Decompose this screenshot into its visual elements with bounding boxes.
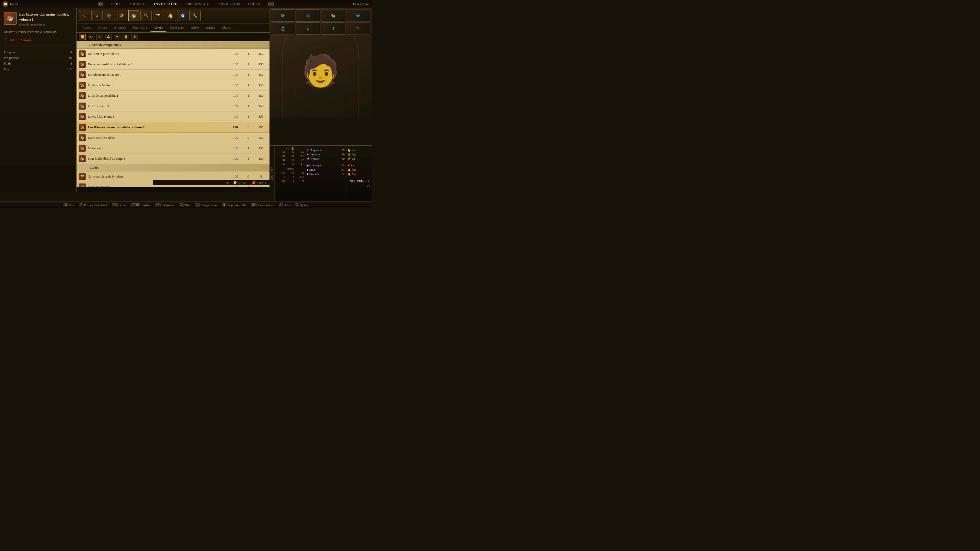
list-item-selected[interactable]: 📚 Les Œuvres des mains habiles, volume I… bbox=[76, 122, 269, 133]
tab-materiaux[interactable]: Matériaux bbox=[166, 24, 187, 32]
action-ceinture[interactable]: R2 Empl. ceinture bbox=[251, 203, 274, 207]
tab-armures[interactable]: Armures bbox=[110, 24, 129, 32]
item-icon: 📚 bbox=[79, 82, 86, 89]
tab-livres[interactable]: Livres bbox=[151, 24, 166, 32]
cat-icon-craft[interactable]: 🔧 bbox=[189, 10, 200, 21]
l1-button-key: L1 bbox=[112, 203, 118, 207]
equip-slot-weapon1[interactable]: ⚔ bbox=[296, 22, 320, 35]
action-aide[interactable]: □ Aide bbox=[279, 203, 290, 207]
tab-nourriture[interactable]: Nourriture bbox=[129, 24, 151, 32]
item-preview: 📚 Les Œuvres des mains habiles, volume I… bbox=[4, 12, 72, 27]
item-col2: 1 bbox=[242, 62, 255, 66]
item-col2: 1 bbox=[242, 125, 255, 129]
item-col2: 1 bbox=[242, 146, 255, 150]
action-onglets[interactable]: L1 R1 Onglets bbox=[131, 203, 150, 207]
action-lacher[interactable]: L1 Lâcher bbox=[112, 203, 126, 207]
skill-eloquence-name: ✦ Éloquence bbox=[307, 148, 321, 152]
action-send-horse[interactable]: □ Envoyer vers cheval bbox=[79, 203, 107, 207]
skill-equivoque-value: 42 bbox=[342, 164, 345, 167]
item-col2: 1 bbox=[242, 185, 255, 187]
top-nav-center: L2 CARTE JOURNAL INVENTAIRE PERSONNAGE F… bbox=[97, 2, 274, 6]
cat-icon-horse[interactable]: 🐴 bbox=[165, 10, 176, 21]
equip-slot-legs[interactable]: 🩲 bbox=[346, 10, 370, 22]
sub-filter-funnel[interactable]: 🔽 bbox=[79, 34, 86, 40]
item-subtitle: Livre de compétences bbox=[19, 23, 72, 27]
item-col1: 100 bbox=[229, 125, 242, 129]
nav-codex[interactable]: CODEX bbox=[248, 2, 261, 6]
item-col2: 1 bbox=[242, 157, 255, 161]
character-figure: 🧑 bbox=[301, 53, 340, 89]
action-categories[interactable]: L2 Catégories bbox=[156, 203, 174, 207]
sub-filter-strength[interactable]: 💪 bbox=[105, 34, 112, 40]
equip-slot-arms[interactable]: 🧤 bbox=[321, 10, 345, 22]
cat-icon-book[interactable]: 📚 bbox=[128, 10, 139, 21]
list-item[interactable]: 📚 La vie en selle I 100 1 150 bbox=[76, 101, 269, 111]
filter-tabs-row: Toutes Armes Armures Nourriture Livres M… bbox=[76, 24, 269, 33]
list-item[interactable]: 📚 De la composition de l'alchimie I 100 … bbox=[76, 59, 269, 70]
nav-carte[interactable]: CARTE bbox=[111, 2, 123, 6]
item-name: La vie à la taverne I bbox=[88, 114, 229, 119]
tab-quete[interactable]: Quête bbox=[187, 24, 202, 32]
sub-filter-gear[interactable]: ⚙ bbox=[131, 34, 138, 40]
tab-autres[interactable]: Autres bbox=[202, 24, 218, 32]
nav-journal[interactable]: JOURNAL bbox=[130, 2, 147, 6]
item-col1: 100 bbox=[229, 104, 242, 108]
skill-charisme-name: ✦ Charisme bbox=[307, 153, 320, 156]
item-col2: 1 bbox=[242, 94, 255, 98]
stolen-icon: ❗ bbox=[4, 38, 8, 42]
list-item[interactable]: 📚 Pour la flexibilité du corps I 100 1 1… bbox=[76, 154, 269, 164]
cat-icon-materials[interactable]: ⛏ bbox=[140, 10, 151, 21]
cat-icon-misc[interactable]: 🧿 bbox=[177, 10, 188, 21]
inventory-main-area: 🛡 ⚔ 🪖 🌾 📚 ⛏ 🗺 🐴 🧿 🔧 Toutes Armes Armures… bbox=[76, 8, 269, 192]
list-item[interactable]: 📚 Livre rare de Sedlec 100 0 350 bbox=[76, 133, 269, 143]
item-col1: 100 bbox=[229, 83, 242, 87]
action-trier[interactable]: ✦ Trier bbox=[179, 203, 190, 207]
nav-fabrication[interactable]: FABRICATION bbox=[216, 2, 241, 6]
equip-slot-chest[interactable]: 🧥 bbox=[296, 10, 320, 22]
tab-cheval[interactable]: Cheval bbox=[218, 24, 235, 32]
cat-icon-shield[interactable]: 🛡 bbox=[79, 10, 90, 21]
cat-icon-helmet[interactable]: 🪖 bbox=[103, 10, 115, 21]
equip-slot-head[interactable]: 🪖 bbox=[271, 10, 295, 22]
item-col3: 150 bbox=[255, 146, 267, 150]
item-name: La vie en selle I bbox=[88, 104, 229, 108]
sub-filter-hash[interactable]: # bbox=[97, 34, 103, 40]
item-stats: Longueur 4 Progression 0% Poids 1 Prix 1… bbox=[4, 46, 72, 72]
list-item[interactable]: 📚 Études du Maître I 100 1 150 bbox=[76, 80, 269, 91]
cat-icon-quest[interactable]: 🗺 bbox=[153, 10, 164, 21]
list-item[interactable]: 📚 Entraînement de lancier I 100 1 150 bbox=[76, 70, 269, 80]
skill-charisme: ✦ Charisme 30 bbox=[307, 152, 345, 157]
cat-icon-sword[interactable]: ⚔ bbox=[91, 10, 103, 21]
item-col2: 1 bbox=[242, 114, 255, 119]
list-item[interactable]: 📚 L'Art de Démosthène I 100 1 150 bbox=[76, 91, 269, 101]
list-item[interactable]: 📚 De l'ami le plus fidèle I 100 1 150 bbox=[76, 49, 269, 59]
sub-filter-heart[interactable]: ❤ bbox=[114, 34, 121, 40]
nav-personnage[interactable]: PERSONNAGE bbox=[185, 2, 209, 6]
category-icons-row: 🛡 ⚔ 🪖 🌾 📚 ⛏ 🗺 🐴 🧿 🔧 bbox=[76, 8, 269, 24]
equipment-slots-grid: 🪖 🧥 🧤 🩲 💍 ⚔ 🗡 🛡 bbox=[271, 10, 370, 35]
skill-visibilite-name: ◆ Visibilité bbox=[307, 172, 320, 176]
r2-action-key: R2 bbox=[251, 203, 257, 207]
action-escarcelle[interactable]: R Empl. escarcelle bbox=[222, 203, 246, 207]
item-col2: 1 bbox=[242, 52, 255, 56]
action-quitter[interactable]: ○ Quitter bbox=[295, 203, 308, 207]
item-name: Les Œuvres des mains habiles, volume I bbox=[88, 125, 229, 129]
equip-slot-weapon2[interactable]: 🗡 bbox=[321, 22, 345, 35]
tab-armes[interactable]: Armes bbox=[95, 24, 111, 32]
list-item[interactable]: 📚 Marathon I 100 1 150 bbox=[76, 143, 269, 154]
tab-toutes[interactable]: Toutes bbox=[79, 24, 95, 32]
cat-icon-food[interactable]: 🌾 bbox=[116, 10, 127, 21]
nav-inventaire[interactable]: INVENTAIRE bbox=[154, 2, 177, 6]
action-categories-label: Catégories bbox=[162, 203, 174, 206]
equip-slot-shield[interactable]: 🛡 bbox=[346, 22, 370, 35]
sub-filter-alpha[interactable]: A↑ bbox=[88, 34, 94, 40]
skill-visibilite-value: 62 bbox=[342, 172, 345, 176]
item-col1: 100 bbox=[229, 114, 242, 119]
circle-button-key: ○ bbox=[295, 203, 299, 207]
list-item[interactable]: 📚 La vie à la taverne I 100 1 150 bbox=[76, 111, 269, 122]
sub-filter-lock[interactable]: 🔒 bbox=[123, 34, 129, 40]
skill-alimentation-name: 🍖 Alim bbox=[347, 172, 357, 176]
equip-slot-ring[interactable]: 💍 bbox=[271, 22, 295, 35]
action-tenue[interactable]: △ Changer tenue bbox=[195, 203, 217, 207]
action-lire[interactable]: ✕ Lire bbox=[64, 203, 74, 207]
